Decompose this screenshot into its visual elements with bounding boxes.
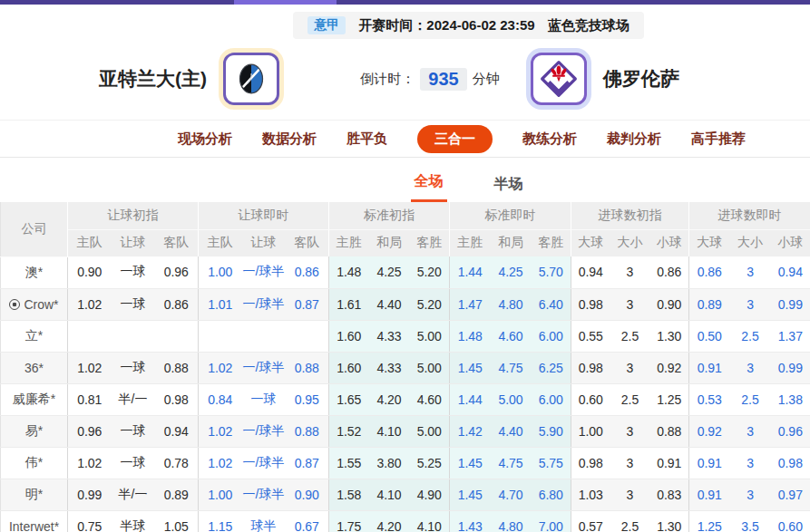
- odds-cell: 4.10: [369, 479, 410, 510]
- column-header: 小球: [771, 229, 810, 256]
- odds-cell: 0.86: [155, 288, 199, 320]
- column-header: 客胜: [410, 229, 450, 256]
- tab-data-analysis[interactable]: 数据分析: [262, 131, 317, 148]
- tab-coach-analysis[interactable]: 教练分析: [522, 131, 577, 148]
- tab-win-draw-lose[interactable]: 胜平负: [346, 131, 387, 148]
- odds-cell: 0.55: [571, 320, 610, 352]
- table-row: 澳*0.90一球0.961.00一/球半0.861.484.255.201.44…: [1, 256, 810, 288]
- odds-cell: 3: [730, 479, 771, 510]
- odds-cell: 5.20: [410, 256, 450, 288]
- odds-cell: 1.02: [199, 415, 242, 447]
- home-team-logo[interactable]: [223, 53, 279, 105]
- odds-cell: 1.48: [329, 256, 369, 288]
- company-cell[interactable]: 立*: [1, 320, 68, 352]
- column-header: 大小: [610, 229, 650, 256]
- odds-cell: 0.90: [286, 479, 329, 510]
- company-name: 易*: [25, 423, 43, 438]
- company-cell[interactable]: 威廉希*: [1, 383, 68, 415]
- company-name: 立*: [25, 328, 43, 343]
- column-header: 主队: [68, 229, 112, 256]
- odds-cell: 1.30: [650, 320, 689, 352]
- odds-cell: 5.00: [410, 320, 450, 352]
- column-header: 大球: [689, 229, 730, 256]
- odds-cell: 4.80: [491, 510, 532, 532]
- company-name: Interwet*: [9, 519, 59, 532]
- odds-cell: 2.5: [610, 510, 650, 532]
- column-header: 主队: [199, 229, 242, 256]
- odds-cell: 0.78: [155, 447, 199, 479]
- odds-cell: 1.65: [329, 383, 369, 415]
- odds-cell: 1.60: [329, 320, 369, 352]
- odds-cell: 1.45: [450, 479, 491, 510]
- company-cell[interactable]: Interwet*: [1, 510, 68, 532]
- odds-cell: 一/球半: [242, 256, 286, 288]
- odds-cell: 0.67: [286, 510, 329, 532]
- tab-three-in-one[interactable]: 三合一: [417, 125, 493, 153]
- company-cell[interactable]: 36*: [1, 352, 68, 383]
- odds-cell: 4.25: [491, 256, 532, 288]
- tab-referee-analysis[interactable]: 裁判分析: [607, 131, 661, 148]
- company-name: 36*: [24, 361, 44, 375]
- odds-cell: 0.86: [650, 256, 689, 288]
- company-cell[interactable]: 澳*: [1, 256, 68, 288]
- odds-cell: 3: [730, 447, 771, 479]
- odds-cell: 0.98: [771, 447, 810, 479]
- company-cell[interactable]: 伟*: [1, 447, 68, 479]
- table-row: 36*1.02一球0.881.02一/球半0.881.604.335.001.4…: [1, 352, 810, 383]
- company-name: 伟*: [25, 455, 43, 469]
- column-header: 客胜: [532, 229, 571, 256]
- odds-cell: 4.33: [369, 320, 410, 352]
- odds-cell: 0.60: [771, 510, 810, 532]
- tab-half-match[interactable]: 半场: [491, 175, 527, 202]
- odds-cell: 3: [730, 288, 771, 320]
- odds-cell: 一/球半: [242, 288, 286, 320]
- top-progress-segment: [234, 0, 337, 5]
- tab-live-analysis[interactable]: 现场分析: [178, 131, 232, 148]
- odds-cell: 3: [610, 415, 650, 447]
- tab-expert-picks[interactable]: 高手推荐: [691, 131, 746, 148]
- odds-cell: 0.87: [286, 447, 329, 479]
- odds-cell: 1.30: [650, 510, 689, 532]
- odds-table: 公司 让球初指 让球即时 标准初指 标准即时 进球数初指 进球数即时 主队 让球…: [0, 202, 810, 532]
- company-cell[interactable]: Crow*: [1, 288, 68, 320]
- odds-cell: 1.75: [329, 510, 369, 532]
- odds-cell: 0.96: [68, 415, 112, 447]
- company-cell[interactable]: 明*: [1, 479, 68, 510]
- odds-cell: 5.75: [532, 447, 571, 479]
- odds-cell: 0.91: [689, 479, 730, 510]
- odds-cell: [242, 320, 286, 352]
- odds-cell: 1.00: [571, 415, 610, 447]
- odds-cell: 6.00: [532, 383, 571, 415]
- odds-cell: 1.00: [199, 256, 242, 288]
- match-header: 亚特兰大(主) 倒计时： 935 分钟: [0, 47, 810, 111]
- odds-cell: 0.95: [286, 383, 329, 415]
- odds-cell: 0.88: [650, 415, 689, 447]
- odds-cell: 0.87: [286, 288, 329, 320]
- odds-cell: 0.94: [771, 256, 810, 288]
- column-header: 主胜: [329, 229, 369, 256]
- odds-cell: 半/一: [112, 479, 155, 510]
- column-header: 客队: [286, 229, 329, 256]
- league-badge[interactable]: 意甲: [307, 16, 346, 34]
- odds-cell: 0.75: [68, 510, 112, 532]
- company-cell[interactable]: 易*: [1, 415, 68, 447]
- odds-cell: 0.83: [650, 479, 689, 510]
- odds-cell: 一/球半: [242, 479, 286, 510]
- odds-cell: 4.40: [369, 288, 410, 320]
- odds-cell: 1.44: [450, 256, 491, 288]
- tab-full-match[interactable]: 全场: [411, 172, 447, 202]
- odds-cell: 0.94: [571, 256, 610, 288]
- odds-cell: 1.44: [450, 383, 491, 415]
- odds-cell: 一球: [242, 383, 286, 415]
- odds-cell: 3: [730, 256, 771, 288]
- odds-cell: [68, 320, 112, 352]
- countdown-label: 倒计时：: [360, 71, 415, 88]
- home-team: 亚特兰大(主): [0, 53, 281, 105]
- away-team-logo[interactable]: [531, 53, 587, 105]
- odds-cell: 一/球半: [242, 415, 286, 447]
- odds-cell: 1.02: [68, 352, 112, 383]
- away-team-name[interactable]: 佛罗伦萨: [603, 66, 679, 92]
- home-team-name[interactable]: 亚特兰大(主): [99, 66, 207, 92]
- odds-cell: 0.98: [571, 447, 610, 479]
- odds-cell: 2.5: [730, 320, 771, 352]
